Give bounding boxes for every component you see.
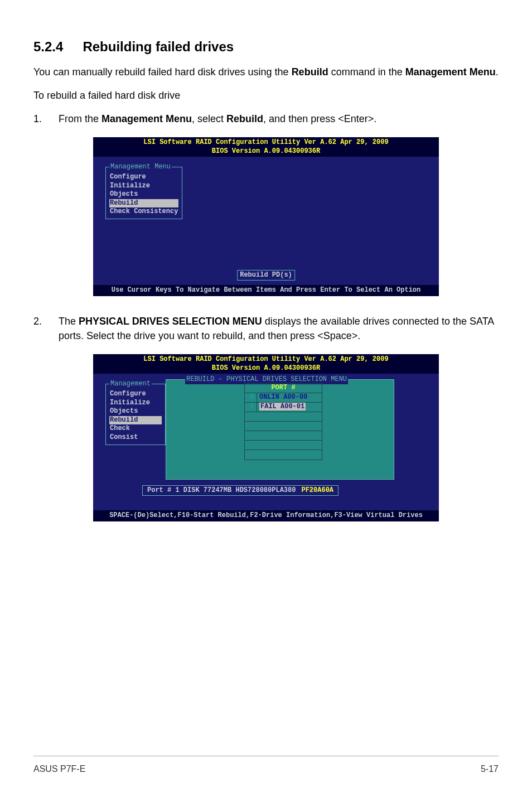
step-1: 1. From the Management Menu, select Rebu… [33,112,499,126]
bios2-item-initialize[interactable]: Initialize [109,399,162,408]
step-1-text: From the Management Menu, select Rebuild… [59,112,499,126]
bios2-port-row-empty-5 [245,441,322,450]
bios2-port-row-empty-3 [245,422,322,431]
bios2-port-info: Port # 1 DISK 77247MB HDS728080PLA380PF2… [142,485,338,496]
bios2-menu-items: Configure Initialize Objects Rebuild Che… [109,390,162,442]
bios-screen-1: LSI Software RAID Configuration Utility … [93,137,439,296]
bios2-port-header: PORT # [245,384,322,393]
bios2-port-row-empty-6 [245,450,322,460]
bios1-item-initialize[interactable]: Initialize [109,182,178,191]
section-title: Rebuilding failed drives [83,39,234,54]
bios1-menu-box: Management Menu Configure Initialize Obj… [105,167,182,219]
footer-left: ASUS P7F-E [33,764,85,774]
bios2-port-row-0[interactable]: 0 ONLIN A00-00 [245,393,322,403]
bios-screen-2: LSI Software RAID Configuration Utility … [93,354,439,521]
section-heading: 5.2.4Rebuilding failed drives [33,39,499,55]
bios2-item-checkconsist[interactable]: Check Consist [109,424,162,442]
port-text-1: FAIL A00-01 [257,403,322,412]
bios2-item-objects[interactable]: Objects [109,407,162,416]
port-index-1: 1 [245,403,257,412]
bios1-item-configure[interactable]: Configure [109,173,178,182]
step-1-number: 1. [33,112,59,126]
bios2-port-row-empty-2 [245,412,322,422]
bios2-header: LSI Software RAID Configuration Utility … [93,354,439,374]
step-list: 1. From the Management Menu, select Rebu… [33,112,499,126]
bios2-menu-title: Management [109,380,152,389]
bios1-menu-title: Management Menu [109,163,172,172]
port-index-0: 0 [245,393,257,402]
bios1-rebuild-button[interactable]: Rebuild PD(s) [237,270,295,281]
step-2: 2. The PHYSICAL DRIVES SELECTION MENU di… [33,314,499,343]
port-text-0: ONLIN A00-00 [257,393,322,402]
step-2-text: The PHYSICAL DRIVES SELECTION MENU displ… [59,314,499,343]
bios2-rebuild-panel: REBUILD – PHYSICAL DRIVES SELECTION MENU… [166,379,394,480]
bios2-port-row-empty-4 [245,431,322,441]
bios1-item-checkconsistency[interactable]: Check Consistency [109,207,178,216]
bios2-menu-box: Management Configure Initialize Objects … [105,384,166,445]
bios1-header: LSI Software RAID Configuration Utility … [93,137,439,157]
step-list-2: 2. The PHYSICAL DRIVES SELECTION MENU di… [33,314,499,343]
intro-paragraph-2: To rebuild a failed hard disk drive [33,88,499,103]
bios1-menu-items: Configure Initialize Objects Rebuild Che… [109,173,178,216]
page-footer: ASUS P7F-E 5-17 [33,756,499,774]
bios2-port-row-1[interactable]: 1 FAIL A00-01 [245,403,322,412]
footer-right: 5-17 [481,764,499,774]
bios1-body: Management Menu Configure Initialize Obj… [93,157,439,285]
bios2-item-rebuild[interactable]: Rebuild [109,416,162,425]
bios2-footer: SPACE-(De)Select,F10-Start Rebuild,F2-Dr… [93,510,439,521]
bios1-footer: Use Cursor Keys To Navigate Between Item… [93,285,439,296]
bios1-item-objects[interactable]: Objects [109,190,178,199]
bios2-port-table: PORT # 0 ONLIN A00-00 1 FAIL A00-01 [244,383,322,460]
section-number: 5.2.4 [33,39,63,54]
bios2-item-configure[interactable]: Configure [109,390,162,399]
intro-paragraph-1: You can manually rebuild failed hard dis… [33,65,499,79]
bios2-body: Management Configure Initialize Objects … [93,374,439,510]
step-2-number: 2. [33,314,59,343]
bios1-item-rebuild[interactable]: Rebuild [109,199,178,208]
